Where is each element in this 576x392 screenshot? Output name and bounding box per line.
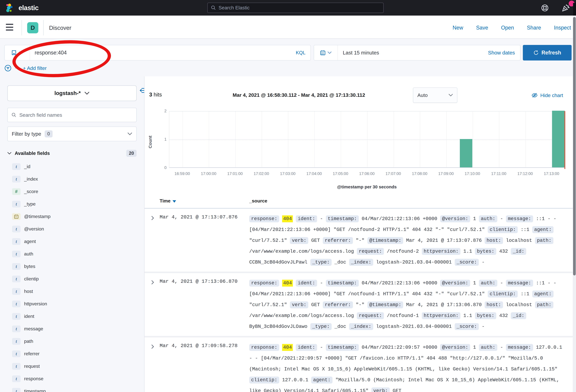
help-icon[interactable] bbox=[541, 4, 549, 12]
source-field-name: ident: bbox=[296, 280, 317, 287]
gridline-vertical bbox=[315, 111, 315, 167]
expand-row-icon[interactable] bbox=[150, 216, 155, 221]
source-value: _doc bbox=[335, 324, 346, 329]
field-item-request[interactable]: trequest bbox=[0, 360, 144, 372]
field-item-agent[interactable]: tagent bbox=[0, 235, 144, 248]
filter-by-type[interactable]: Filter by type 0 bbox=[7, 127, 137, 141]
field-type-string-icon: t bbox=[12, 363, 21, 370]
global-search-input[interactable] bbox=[219, 5, 380, 11]
filter-icon[interactable] bbox=[4, 65, 11, 72]
appbar-action-open[interactable]: Open bbox=[501, 25, 514, 31]
field-search[interactable] bbox=[7, 108, 137, 122]
source-field-name: _score: bbox=[455, 323, 479, 330]
field-item-_score[interactable]: #_score bbox=[0, 185, 144, 198]
source-field-name: _id: bbox=[511, 248, 526, 255]
search-icon bbox=[11, 112, 16, 118]
menu-icon[interactable] bbox=[6, 24, 13, 30]
query-language-button[interactable]: KQL bbox=[296, 50, 311, 56]
appbar-action-inspect[interactable]: Inspect bbox=[554, 25, 571, 31]
query-input[interactable]: response:404 bbox=[30, 50, 296, 56]
field-item-auth[interactable]: tauth bbox=[0, 248, 144, 260]
field-item-message[interactable]: tmessage bbox=[0, 323, 144, 335]
source-field-name: path: bbox=[535, 237, 553, 244]
x-tick-label: 17:12:00 bbox=[518, 171, 533, 176]
field-item-response[interactable]: tresponse bbox=[0, 372, 144, 385]
field-item-path[interactable]: tpath bbox=[0, 335, 144, 347]
app-badge[interactable]: D bbox=[27, 22, 38, 33]
source-field-name: agent: bbox=[311, 377, 333, 384]
field-item-clientip[interactable]: tclientip bbox=[0, 273, 144, 285]
x-tick-label: 17:07:00 bbox=[385, 171, 401, 176]
x-tick-label: 16:59:00 bbox=[174, 171, 190, 176]
table-row: Mar 4, 2021 @ 17:13:07.876response: 404 … bbox=[144, 209, 576, 272]
chart-time-span: Mar 4, 2021 @ 16:58:30.112 - Mar 4, 2021… bbox=[233, 92, 365, 98]
index-pattern-label: logstash-* bbox=[55, 90, 81, 96]
field-item-@timestamp[interactable]: @timestamp bbox=[0, 210, 144, 223]
appbar-action-new[interactable]: New bbox=[453, 25, 463, 31]
field-type-number-icon: # bbox=[12, 188, 21, 195]
brand[interactable]: elastic bbox=[6, 3, 38, 13]
add-filter-button[interactable]: + Add filter bbox=[23, 65, 47, 71]
field-name: clientip bbox=[24, 276, 39, 281]
time-range-value[interactable]: Last 15 minutes bbox=[338, 50, 488, 56]
source-field-name: request: bbox=[357, 248, 384, 255]
field-name: _id bbox=[24, 164, 30, 169]
interval-select[interactable]: Auto bbox=[413, 87, 457, 103]
field-name: @timestamp bbox=[24, 214, 51, 219]
field-name: message bbox=[24, 326, 43, 332]
field-item-referrer[interactable]: treferrer bbox=[0, 347, 144, 360]
field-item-ident[interactable]: tident bbox=[0, 310, 144, 323]
source-value: "-" bbox=[356, 238, 364, 243]
field-item-_index[interactable]: t_index bbox=[0, 173, 144, 185]
field-name: _score bbox=[24, 189, 38, 194]
histogram-bar-17:13:00[interactable] bbox=[552, 111, 565, 167]
newsfeed-icon[interactable] bbox=[562, 4, 570, 12]
gridline-vertical bbox=[341, 111, 341, 167]
chevron-down-icon bbox=[19, 51, 24, 54]
source-field-name: timestamp: bbox=[326, 215, 359, 222]
field-item-bytes[interactable]: tbytes bbox=[0, 260, 144, 273]
time-column-label: Time bbox=[160, 198, 171, 204]
query-bar[interactable]: response:404 KQL bbox=[4, 45, 311, 60]
appbar-action-save[interactable]: Save bbox=[476, 25, 488, 31]
source-value: CCBN_3cB04dGovJLPawl bbox=[249, 260, 307, 265]
saved-query-menu[interactable] bbox=[5, 45, 30, 60]
gridline-vertical bbox=[288, 111, 288, 167]
source-field-name: verb: bbox=[290, 237, 308, 244]
expand-row-icon[interactable] bbox=[150, 280, 155, 285]
field-name: _index bbox=[24, 176, 38, 182]
available-fields-header[interactable]: Available fields 20 bbox=[7, 150, 137, 157]
field-type-date-icon bbox=[12, 213, 21, 220]
histogram-chart[interactable] bbox=[169, 111, 565, 168]
row-time: Mar 4, 2021 @ 17:13:07.876 bbox=[160, 214, 238, 220]
field-item-host[interactable]: thost bbox=[0, 285, 144, 298]
field-name: path bbox=[24, 338, 33, 344]
field-item-@version[interactable]: t@version bbox=[0, 223, 144, 235]
source-field-name: auth: bbox=[479, 344, 497, 351]
appbar-action-share[interactable]: Share bbox=[527, 25, 541, 31]
field-item-_id[interactable]: t_id bbox=[0, 160, 144, 173]
index-pattern-select[interactable]: logstash-* bbox=[7, 85, 137, 101]
histogram-bar-17:09:30[interactable] bbox=[460, 139, 472, 167]
source-field-name: response: bbox=[249, 344, 279, 351]
source-field-name: timestamp: bbox=[326, 280, 359, 287]
row-time: Mar 4, 2021 @ 17:13:06.870 bbox=[160, 279, 238, 284]
date-quick-menu[interactable] bbox=[314, 45, 338, 60]
field-item-timestamp[interactable]: ttimestamp bbox=[0, 385, 144, 392]
x-axis-label: @timestamp per 30 seconds bbox=[169, 184, 565, 189]
field-item-_type[interactable]: t_type bbox=[0, 198, 144, 210]
date-picker[interactable]: Last 15 minutes Show dates bbox=[314, 45, 520, 60]
row-source: response: 404 ident: - timestamp: 04/Mar… bbox=[249, 278, 564, 332]
hide-chart-button[interactable]: Hide chart bbox=[531, 92, 563, 98]
field-search-input[interactable] bbox=[19, 112, 132, 118]
expand-row-icon[interactable] bbox=[150, 344, 155, 349]
field-type-string-icon: t bbox=[12, 251, 21, 257]
scrollbar-thumb[interactable] bbox=[573, 17, 576, 276]
show-dates-button[interactable]: Show dates bbox=[488, 50, 520, 56]
field-name: auth bbox=[24, 251, 33, 257]
refresh-button[interactable]: Refresh bbox=[523, 45, 572, 60]
document-rows: Mar 4, 2021 @ 17:13:07.876response: 404 … bbox=[144, 209, 576, 392]
field-item-httpversion[interactable]: thttpversion bbox=[0, 298, 144, 310]
column-header-time[interactable]: Time bbox=[160, 198, 176, 204]
global-search[interactable] bbox=[207, 3, 384, 13]
